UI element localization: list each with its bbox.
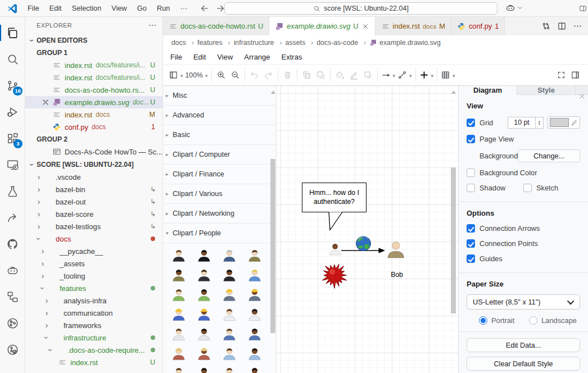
shape-section-header[interactable]: Advanced [163, 106, 276, 125]
editor-tab[interactable]: index.rst docs M [376, 17, 451, 35]
shape-person[interactable] [222, 248, 237, 262]
activity-bar-item[interactable] [0, 310, 25, 336]
open-editor-item[interactable]: index.rst docs M [25, 108, 162, 121]
shape-person[interactable] [197, 287, 211, 302]
toolbar-button[interactable] [281, 68, 295, 83]
shape-person[interactable] [171, 287, 186, 302]
nav-back-button[interactable] [200, 4, 209, 13]
tree-item[interactable]: bazel-bin [25, 183, 162, 195]
format-button[interactable]: Edit Data... [467, 338, 580, 352]
shape-person[interactable] [197, 346, 211, 361]
workspace-header[interactable]: SCORE [WSL: UBUNTU-22.04] [25, 158, 162, 171]
shape-person[interactable] [222, 307, 237, 321]
menu-item[interactable]: File [22, 0, 44, 17]
shape-person[interactable] [222, 346, 237, 361]
shape-person[interactable] [247, 307, 262, 321]
tree-item[interactable]: _tooling [25, 270, 162, 282]
shape-person[interactable] [247, 326, 262, 341]
tree-item[interactable]: .docs-as-code-require... [25, 344, 162, 356]
toolbar-button[interactable] [261, 68, 275, 83]
paper-size-select[interactable]: US-Letter (8,5" x 11") [467, 294, 580, 310]
shape-person[interactable] [247, 248, 262, 262]
tree-item[interactable]: docs [25, 233, 162, 245]
tree-item[interactable]: __pycache__ [25, 245, 162, 257]
nav-forward-button[interactable] [216, 4, 225, 13]
activity-bar-item[interactable] [0, 336, 25, 363]
drawio-menu-item[interactable]: Arrange [238, 53, 275, 61]
shape-person[interactable] [197, 248, 211, 262]
toolbar-button[interactable] [554, 68, 568, 83]
toolbar-button[interactable] [211, 69, 212, 81]
speech-bubble-shape[interactable]: Hmm... how do I authenticate? [302, 183, 367, 212]
toolbar-button[interactable] [297, 69, 297, 81]
open-changes-icon[interactable] [541, 21, 551, 31]
tree-item[interactable]: bazel-out [25, 195, 162, 208]
activity-bar-item[interactable]: 16 [0, 72, 25, 99]
breadcrumb-item[interactable]: features [197, 39, 234, 47]
shape-person[interactable] [197, 326, 211, 341]
layout-panel-icon[interactable] [579, 4, 587, 13]
shape-person[interactable] [247, 346, 262, 361]
editor-tab[interactable]: conf.py 1 [451, 17, 505, 35]
shape-person[interactable] [171, 366, 186, 373]
toolbar-button[interactable] [440, 68, 456, 83]
tree-item[interactable]: index.rst U [25, 356, 162, 369]
shape-person[interactable] [222, 366, 237, 373]
toolbar-button[interactable] [361, 68, 375, 83]
toolbar-button[interactable] [380, 68, 397, 83]
panel-close-button[interactable] [578, 92, 586, 101]
shape-person[interactable] [171, 307, 186, 321]
shape-section-header[interactable]: Clipart / Various [163, 184, 276, 204]
grid-color-button[interactable] [548, 116, 580, 129]
activity-bar-item[interactable] [0, 20, 25, 46]
activity-bar-item[interactable] [0, 152, 25, 178]
activity-bar-item[interactable] [0, 178, 25, 204]
editor-tab[interactable]: docs-as-code-howto.rst U [163, 17, 269, 35]
format-tab[interactable]: Diagram [459, 86, 517, 95]
shape-section-header[interactable]: Basic [163, 125, 276, 145]
toolbar-button[interactable] [568, 68, 582, 83]
shape-person[interactable] [171, 346, 186, 361]
sketch-checkbox[interactable] [523, 184, 532, 192]
toolbar-button[interactable] [168, 68, 184, 83]
radio-icon[interactable] [479, 316, 487, 325]
toolbar-button[interactable] [214, 68, 228, 83]
shape-section-header[interactable]: Clipart / Finance [163, 165, 276, 184]
toolbar-button[interactable] [418, 68, 435, 83]
open-editors-header[interactable]: OPEN EDITORS [25, 34, 162, 47]
copilot-menu[interactable] [505, 3, 523, 13]
canvas-scrollbar[interactable] [450, 86, 456, 373]
toolbar-button[interactable] [377, 69, 378, 81]
shape-person[interactable] [222, 287, 237, 302]
grid-checkbox[interactable] [467, 119, 475, 127]
activity-bar-item[interactable] [0, 257, 25, 284]
scroll-up-arrow-icon[interactable] [451, 90, 456, 94]
open-editor-item[interactable]: docs-as-code-howto.rs... U [25, 84, 162, 96]
grid-size-input[interactable]: 10 pt [508, 117, 536, 129]
tree-item[interactable]: features [25, 282, 162, 294]
radio-icon[interactable] [529, 316, 537, 325]
close-icon[interactable] [361, 22, 369, 30]
open-editor-item[interactable]: index.rst docs/features/i... U [25, 59, 162, 71]
toolbar-button[interactable] [314, 68, 328, 83]
grid-size-stepper[interactable]: ▴▾ [536, 117, 544, 129]
editor-tab[interactable]: example.drawio.svg U [269, 17, 375, 35]
shape-person[interactable] [197, 366, 211, 373]
open-editor-item[interactable]: example.drawio.svg doc... U [25, 96, 162, 108]
shape-section-header[interactable]: Clipart / People [163, 224, 276, 243]
format-button[interactable]: Clear Default Style [467, 357, 580, 371]
drawio-menu-item[interactable]: Edit [188, 53, 211, 61]
orientation-radio[interactable]: Landscape [529, 316, 577, 325]
toolbar-button[interactable] [437, 69, 437, 81]
shape-person[interactable] [171, 267, 186, 282]
tree-item[interactable]: analysis-infra [25, 294, 162, 307]
scrollbar-thumb[interactable] [451, 167, 456, 313]
toolbar-button[interactable] [245, 69, 245, 81]
tree-item[interactable]: communication [25, 307, 162, 319]
close-icon[interactable] [41, 98, 52, 107]
change-background-button[interactable]: Change... [518, 149, 580, 162]
breadcrumb-item[interactable]: docs-as-code [316, 39, 369, 47]
tree-item[interactable]: infrastructure [25, 331, 162, 344]
shape-person[interactable] [197, 307, 211, 321]
tree-item[interactable]: _assets [25, 257, 162, 270]
